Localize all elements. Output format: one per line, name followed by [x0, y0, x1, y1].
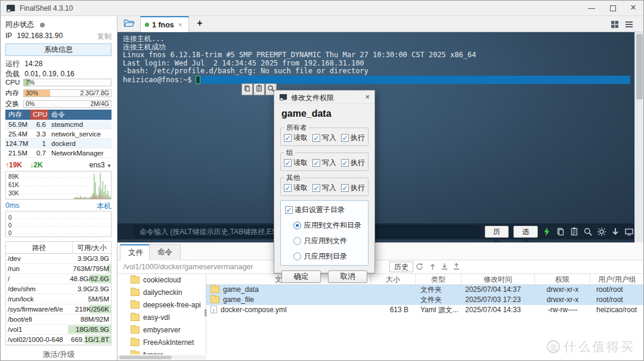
- disk-col-path[interactable]: 路径: [6, 242, 73, 253]
- permission-checkbox-item[interactable]: ✓执行: [341, 133, 365, 143]
- session-tab-bar: 1 1 fnosfnos × +: [117, 16, 643, 32]
- process-col-header[interactable]: CPU: [30, 110, 48, 120]
- current-path[interactable]: /vol1/1000/docker/gameservermanager: [123, 263, 253, 271]
- apply-option[interactable]: 只应用到文件: [293, 236, 364, 246]
- recursive-checkbox[interactable]: ✓: [285, 206, 293, 214]
- terminal[interactable]: 连接主机...连接主机成功Linux fnos 6.12.18-trim #5 …: [117, 32, 643, 242]
- checkbox-checked-icon[interactable]: ✓: [341, 134, 349, 142]
- checkbox-checked-icon[interactable]: ✓: [284, 134, 292, 142]
- monitor-icon[interactable]: [624, 227, 634, 236]
- checkbox-checked-icon[interactable]: ✓: [284, 184, 292, 192]
- permission-checkbox-item[interactable]: ✓写入: [312, 158, 336, 168]
- checkbox-checked-icon[interactable]: ✓: [284, 159, 292, 167]
- ping-target-selector[interactable]: 本机: [97, 201, 112, 211]
- permission-checkbox-item[interactable]: ✓写入: [312, 133, 336, 143]
- download-file-icon[interactable]: [440, 262, 450, 272]
- upload-file-icon[interactable]: [452, 262, 462, 272]
- file-col-header[interactable]: 用户/用户组: [590, 274, 644, 284]
- tree-item[interactable]: funasr: [117, 349, 206, 354]
- tab-close-icon[interactable]: ×: [178, 21, 182, 29]
- tree-hscrollbar[interactable]: [117, 355, 206, 360]
- file-col-header[interactable]: 大小: [371, 274, 416, 284]
- copy-ip-link[interactable]: 复制: [97, 32, 112, 42]
- checkbox-checked-icon[interactable]: ✓: [312, 159, 320, 167]
- apply-option[interactable]: 应用到文件和目录: [293, 220, 364, 231]
- terminal-scrollbar[interactable]: [634, 32, 643, 242]
- activate-upgrade-link[interactable]: 激活/升级: [1, 350, 117, 360]
- terminal-line: -bash: /etc/profile.d/bash_cfg: No such …: [123, 67, 626, 76]
- mini-copy-button[interactable]: [242, 83, 253, 95]
- tree-item[interactable]: embyserver: [117, 324, 206, 337]
- file-row[interactable]: docker-compose.yml613 BYaml 源文...2025/07…: [206, 305, 643, 315]
- history-button[interactable]: 历史: [485, 226, 509, 238]
- paste-icon[interactable]: [569, 227, 579, 236]
- permission-checkbox-item[interactable]: ✓读取: [284, 133, 308, 143]
- file-col-header[interactable]: 类型: [416, 274, 462, 284]
- radio-icon[interactable]: [293, 237, 301, 245]
- lightning-icon[interactable]: [542, 227, 552, 236]
- tree-hscroll-thumb[interactable]: [119, 356, 172, 359]
- mini-paste-button[interactable]: [253, 83, 265, 95]
- file-row[interactable]: game_file文件夹2025/07/03 17:23drwxr-xr-xro…: [206, 295, 643, 305]
- process-col-header[interactable]: 内存: [5, 110, 30, 120]
- apply-option[interactable]: 只应用到目录: [293, 251, 364, 262]
- gear-icon[interactable]: [597, 227, 606, 236]
- recursive-checkbox-row[interactable]: ✓ 递归设置子目录: [285, 205, 364, 215]
- app-icon: [6, 4, 16, 13]
- copy-icon[interactable]: [556, 227, 565, 236]
- tree-item-label: dailycheckin: [143, 288, 182, 297]
- session-tab[interactable]: 1 1 fnosfnos ×: [140, 16, 189, 32]
- file-col-header[interactable]: 权限: [535, 274, 590, 284]
- permission-checkbox-item[interactable]: ✓读取: [284, 158, 308, 168]
- up-directory-icon[interactable]: [428, 262, 438, 272]
- tree-item[interactable]: dailycheckin: [117, 287, 206, 299]
- checkbox-checked-icon[interactable]: ✓: [341, 184, 349, 192]
- folder-icon: [131, 326, 140, 334]
- tree-item[interactable]: easy-vdl: [117, 312, 206, 324]
- download-icon[interactable]: [611, 227, 620, 236]
- radio-icon[interactable]: [293, 253, 301, 260]
- process-col-header[interactable]: 命令: [48, 110, 112, 120]
- file-icon: [210, 306, 217, 313]
- interface-selector[interactable]: ens3 ▼: [89, 161, 112, 169]
- file-col-header[interactable]: 修改时间: [462, 274, 535, 284]
- cancel-button[interactable]: 取消: [328, 270, 367, 283]
- close-button[interactable]: ✕: [623, 1, 643, 16]
- ping-tick-label: 0: [8, 222, 12, 229]
- paste-icon: [255, 84, 263, 95]
- radio-selected-icon[interactable]: [293, 222, 301, 229]
- tree-item[interactable]: cookiecloud: [117, 274, 206, 287]
- permission-checkbox-item[interactable]: ✓写入: [312, 183, 336, 193]
- disk-usage: 669.1G/1.8T: [63, 335, 111, 344]
- checkbox-checked-icon[interactable]: ✓: [312, 134, 320, 142]
- permission-checkbox-item[interactable]: ✓执行: [341, 183, 365, 193]
- fm-history-button[interactable]: 历史: [389, 262, 413, 272]
- menu-icon[interactable]: [624, 20, 634, 29]
- dialog-close-icon[interactable]: ×: [365, 92, 370, 101]
- tree-item[interactable]: FreeAskInternet: [117, 337, 206, 349]
- maximize-button[interactable]: [603, 1, 623, 16]
- disk-col-usage[interactable]: 可用/大小: [73, 242, 111, 253]
- scrollbar-thumb[interactable]: [636, 34, 643, 99]
- options-button[interactable]: 选项: [513, 226, 538, 238]
- file-row[interactable]: game_data文件夹2025/07/04 14:37drwxr-xr-xro…: [206, 285, 643, 295]
- fm-tab-files[interactable]: 文件: [120, 244, 151, 261]
- disk-row: /vol02/1000-0-6481...669.1G/1.8T: [6, 335, 111, 345]
- disk-usage-text: 48.8G/62.6G: [70, 275, 109, 282]
- open-connection-button[interactable]: [123, 18, 138, 30]
- system-info-button[interactable]: 系统信息: [5, 43, 112, 56]
- permission-checkbox-item[interactable]: ✓读取: [284, 183, 308, 193]
- checkbox-checked-icon[interactable]: ✓: [312, 184, 320, 192]
- fm-tab-commands[interactable]: 命令: [149, 244, 181, 260]
- search-icon[interactable]: [583, 227, 593, 236]
- minimize-button[interactable]: [581, 1, 602, 16]
- ok-button[interactable]: 确定: [281, 270, 321, 283]
- tree-item[interactable]: deepseek-free-api: [117, 299, 206, 312]
- permission-checkbox-item[interactable]: ✓执行: [341, 158, 365, 168]
- layout-grid-icon[interactable]: [610, 20, 620, 29]
- process-table-header: 内存CPU命令: [5, 110, 112, 120]
- refresh-icon[interactable]: [415, 262, 425, 272]
- checkbox-checked-icon[interactable]: ✓: [341, 159, 349, 167]
- new-tab-button[interactable]: +: [194, 18, 206, 29]
- dialog-title-bar[interactable]: 修改文件权限 ×: [274, 91, 374, 104]
